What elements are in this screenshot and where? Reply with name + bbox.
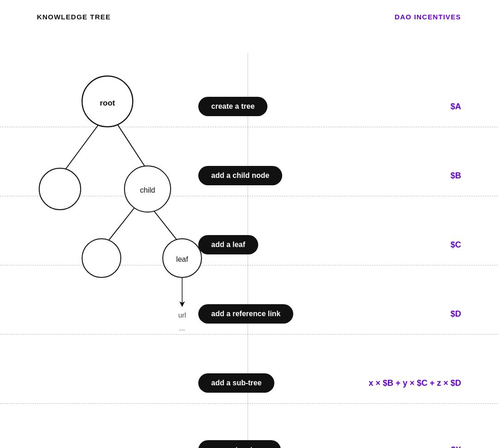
add-child-button[interactable]: add a child node [198, 166, 282, 185]
merge-trees-incentive: $X [451, 445, 461, 448]
add-subtree-button[interactable]: add a sub-tree [198, 373, 274, 393]
row-add-child: add a child node $B [0, 166, 498, 185]
knowledge-tree-title: KNOWLEDGE TREE [37, 13, 111, 21]
row-add-subtree: add a sub-tree x × $B + y × $C + z × $D [0, 373, 498, 393]
row-add-leaf: add a leaf $C [0, 235, 498, 254]
dao-incentives-title: DAO INCENTIVES [395, 13, 461, 21]
svg-text:leaf: leaf [176, 255, 188, 263]
svg-text:child: child [140, 186, 155, 194]
merge-trees-button[interactable]: merge two trees [198, 440, 281, 448]
add-leaf-incentive: $C [451, 240, 461, 250]
create-tree-button[interactable]: create a tree [198, 97, 267, 116]
add-leaf-button[interactable]: add a leaf [198, 235, 258, 254]
svg-line-1 [113, 118, 148, 171]
divider-5 [0, 403, 498, 404]
header: KNOWLEDGE TREE DAO INCENTIVES [0, 0, 498, 21]
add-subtree-incentive: x × $B + y × $C + z × $D [368, 378, 461, 388]
row-merge-trees: merge two trees $X [0, 440, 498, 448]
add-ref-button[interactable]: add a reference link [198, 304, 293, 324]
row-add-ref: add a reference link $D [0, 304, 498, 324]
add-child-incentive: $B [451, 171, 461, 181]
main-content: root child leaf url ... create a tree $A… [0, 53, 498, 448]
add-ref-incentive: $D [451, 309, 461, 319]
page: KNOWLEDGE TREE DAO INCENTIVES [0, 0, 498, 448]
create-tree-incentive: $A [451, 102, 461, 112]
svg-text:...: ... [179, 324, 185, 332]
row-create-tree: create a tree $A [0, 97, 498, 116]
